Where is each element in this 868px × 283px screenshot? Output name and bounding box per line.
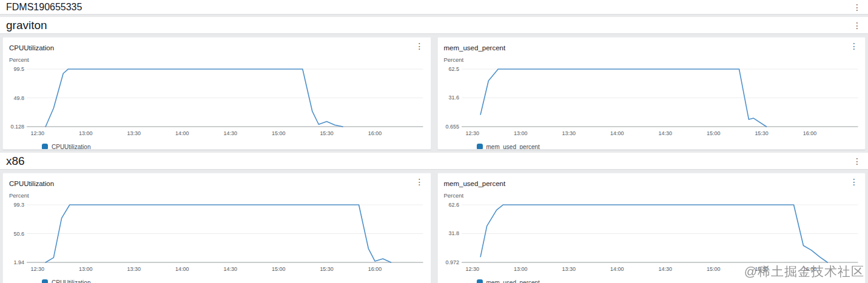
kebab-menu-icon[interactable]: ⋮ [850,20,864,31]
line-chart-svg: 99.549.80.12812:3013:0013:3014:0014:3015… [3,64,431,141]
chart-title: mem_used_percent [444,180,506,187]
svg-text:14:00: 14:00 [175,266,189,272]
svg-text:13:30: 13:30 [127,266,141,272]
svg-text:12:30: 12:30 [465,130,479,136]
charts-row-graviton: CPUUtilization ⋮ Percent 99.549.80.12812… [0,37,868,150]
chart-title: mem_used_percent [444,44,506,52]
section-header-x86: x86 ⋮ [0,153,868,170]
section-header-graviton: graviton ⋮ [0,17,868,34]
svg-text:99.3: 99.3 [13,202,24,208]
section-title-x86: x86 [6,155,25,168]
svg-text:14:30: 14:30 [658,130,671,136]
y-axis-label: Percent [444,192,866,199]
svg-text:13:30: 13:30 [562,266,575,272]
svg-text:14:30: 14:30 [223,266,237,272]
kebab-menu-icon[interactable]: ⋮ [850,156,864,167]
series-color-marker-icon [42,279,48,283]
chart-header: mem_used_percent ⋮ [438,38,866,53]
svg-text:15:00: 15:00 [272,130,285,136]
svg-text:15:00: 15:00 [706,266,719,272]
svg-text:15:00: 15:00 [706,130,719,136]
svg-text:14:30: 14:30 [223,130,237,136]
svg-text:13:30: 13:30 [562,130,575,136]
svg-text:13:00: 13:00 [79,266,92,272]
charts-row-x86: CPUUtilization ⋮ Percent 99.350.61.9412:… [0,173,868,283]
svg-text:13:00: 13:00 [514,266,527,272]
svg-text:0.128: 0.128 [10,124,24,130]
chart-header: mem_used_percent ⋮ [438,173,866,188]
y-axis-label: Percent [444,56,866,64]
svg-text:13:00: 13:00 [79,130,92,136]
chart-title: CPUUtilization [9,44,54,52]
chart-panel-x86-cpu: CPUUtilization ⋮ Percent 99.350.61.9412:… [2,173,431,283]
svg-text:13:30: 13:30 [127,130,141,136]
svg-text:15:00: 15:00 [272,266,285,272]
y-axis-label: Percent [9,56,431,64]
svg-text:12:30: 12:30 [31,266,44,272]
series-color-marker-icon [477,144,483,150]
svg-text:15:30: 15:30 [755,130,768,136]
svg-text:0.655: 0.655 [445,124,459,130]
chart-legend[interactable]: mem_used_percent [477,278,866,283]
series-color-marker-icon [42,144,48,150]
svg-text:15:30: 15:30 [320,266,333,272]
line-chart-plot: 62.631.80.97212:3013:0013:3014:0014:3015… [438,199,866,277]
line-chart-plot: 62.531.60.65512:3013:0013:3014:0014:3015… [438,64,866,141]
chart-legend[interactable]: CPUUtilization [42,278,431,283]
svg-text:15:30: 15:30 [320,130,333,136]
chart-header: CPUUtilization ⋮ [3,173,431,188]
legend-label: CPUUtilization [52,279,90,283]
chart-title: CPUUtilization [9,180,54,187]
svg-text:14:00: 14:00 [610,266,623,272]
chart-legend[interactable]: CPUUtilization [42,142,431,150]
svg-text:16:00: 16:00 [802,130,816,136]
line-chart-plot: 99.350.61.9412:3013:0013:3014:0014:3015:… [3,199,431,277]
chart-panel-graviton-cpu: CPUUtilization ⋮ Percent 99.549.80.12812… [2,37,431,150]
series-color-marker-icon [477,279,483,283]
line-chart-svg: 62.631.80.97212:3013:0013:3014:0014:3015… [438,199,866,277]
svg-text:14:00: 14:00 [175,130,189,136]
svg-text:16:00: 16:00 [368,130,382,136]
legend-label: mem_used_percent [486,279,540,283]
svg-text:0.972: 0.972 [445,259,459,265]
chart-panel-x86-mem: mem_used_percent ⋮ Percent 62.631.80.972… [437,173,866,283]
kebab-menu-icon[interactable]: ⋮ [412,41,427,52]
dashboard-title: FDMS190655335 [6,2,82,13]
chart-legend[interactable]: mem_used_percent [477,142,866,150]
svg-text:31.8: 31.8 [448,230,459,236]
svg-text:12:30: 12:30 [465,266,479,272]
kebab-menu-icon[interactable]: ⋮ [847,41,861,52]
svg-text:49.8: 49.8 [13,95,24,101]
kebab-menu-icon[interactable]: ⋮ [847,176,861,187]
svg-text:31.6: 31.6 [448,95,459,101]
legend-label: mem_used_percent [486,144,540,150]
chart-panel-graviton-mem: mem_used_percent ⋮ Percent 62.531.60.655… [437,37,866,150]
line-chart-svg: 99.350.61.9412:3013:0013:3014:0014:3015:… [3,199,431,277]
section-title-graviton: graviton [6,19,47,32]
legend-label: CPUUtilization [52,144,90,150]
chart-header: CPUUtilization ⋮ [3,38,431,53]
svg-text:62.6: 62.6 [448,202,459,208]
svg-text:62.5: 62.5 [448,66,459,72]
dashboard-header: FDMS190655335 ⋮ [0,0,868,15]
kebab-menu-icon[interactable]: ⋮ [412,176,427,187]
svg-text:13:00: 13:00 [514,130,527,136]
svg-text:1.94: 1.94 [13,259,24,265]
svg-text:50.6: 50.6 [13,231,24,237]
line-chart-plot: 99.549.80.12812:3013:0013:3014:0014:3015… [3,64,431,141]
svg-text:16:00: 16:00 [368,266,382,272]
svg-text:14:00: 14:00 [610,130,623,136]
svg-text:99.5: 99.5 [13,66,24,72]
svg-text:16:00: 16:00 [802,266,816,272]
svg-text:14:30: 14:30 [658,266,671,272]
line-chart-svg: 62.531.60.65512:3013:0013:3014:0014:3015… [438,64,866,141]
kebab-menu-icon[interactable]: ⋮ [850,2,864,13]
svg-text:12:30: 12:30 [31,130,44,136]
y-axis-label: Percent [9,192,431,199]
svg-text:15:30: 15:30 [755,266,768,272]
